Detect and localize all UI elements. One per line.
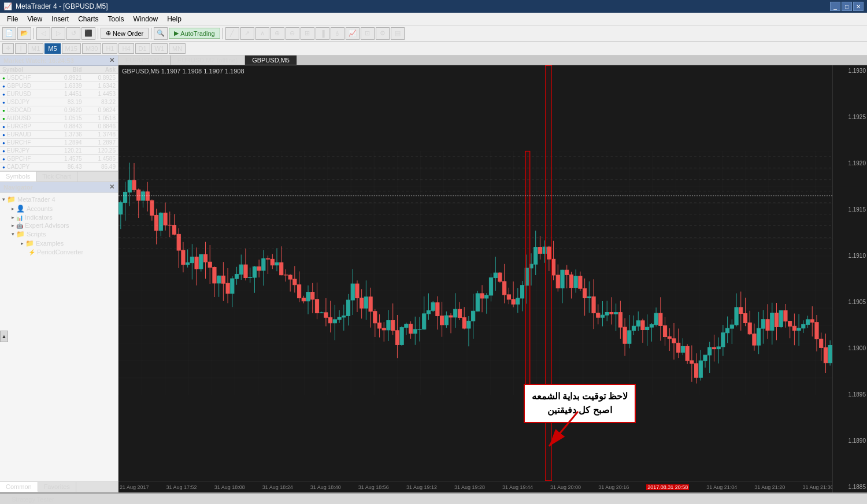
market-watch-row[interactable]: ● USDCAD 0.9620 0.9624 — [0, 106, 118, 114]
chart-canvas[interactable]: GBPUSD,M5 1.1907 1.1908 1.1907 1.1908 1.… — [118, 65, 867, 492]
nav-accounts[interactable]: ▸ 👤 Accounts — [2, 204, 116, 213]
nav-expand-icon: ▸ — [12, 214, 14, 220]
menu-insert[interactable]: Insert — [47, 14, 73, 24]
market-watch-row[interactable]: ● GBPUSD 1.6339 1.6342 — [0, 82, 118, 90]
svg-rect-281 — [739, 307, 743, 314]
folder-icon: 📁 — [25, 239, 34, 247]
tb-line[interactable]: ╱ — [225, 27, 239, 40]
time-label-7: 31 Aug 19:12 — [406, 484, 437, 490]
svg-rect-81 — [293, 279, 297, 285]
left-panel: Market Watch: 16:24:53 ✕ Symbol Bid Ask … — [0, 55, 118, 492]
market-watch-row[interactable]: ● EURUSD 1.4451 1.4453 — [0, 90, 118, 98]
svg-rect-83 — [298, 285, 301, 298]
market-watch-row[interactable]: ● AUDUSD 1.0515 1.0518 — [0, 114, 118, 123]
tb-zoom-in[interactable]: ⊕ — [271, 27, 284, 40]
market-watch-row[interactable]: ● CADJPY 86.43 86.49 — [0, 163, 118, 171]
mw-symbol: ● EURUSD — [0, 90, 50, 98]
chart-tab-gbpusd-m5[interactable]: GBPUSD,M5 — [245, 55, 297, 65]
chart-tab-eurusd-m2[interactable]: EURUSD,M2 (offline) — [171, 55, 245, 65]
menu-view[interactable]: View — [23, 14, 47, 24]
nav-period-converter[interactable]: ⚡ PeriodConverter — [2, 248, 116, 256]
market-watch-row[interactable]: ● USDJPY 83.19 83.22 — [0, 98, 118, 106]
nav-examples[interactable]: ▸ 📁 Examples — [2, 239, 116, 248]
tf-mn[interactable]: MN — [169, 43, 186, 54]
navigator-close-icon[interactable]: ✕ — [109, 183, 114, 191]
tb-refresh[interactable]: ↺ — [66, 27, 80, 40]
mw-symbol: ● USDJPY — [0, 98, 50, 106]
maximize-btn[interactable]: □ — [842, 2, 852, 11]
tb-settings[interactable]: ⚙ — [376, 27, 390, 40]
svg-rect-229 — [623, 327, 627, 343]
tab-favorites[interactable]: Favorites — [38, 482, 76, 492]
tab-tick-chart[interactable]: Tick Chart — [36, 172, 77, 181]
tf-m30[interactable]: M30 — [82, 43, 101, 54]
tb-arrow[interactable]: ↗ — [240, 27, 254, 40]
tb-stop[interactable]: ⬛ — [81, 27, 95, 40]
tf-m15[interactable]: M15 — [62, 43, 81, 54]
svg-rect-317 — [820, 339, 823, 347]
collapsed-tab-1[interactable]: ▲ — [0, 331, 8, 342]
svg-rect-7 — [128, 180, 131, 192]
close-btn[interactable]: ✕ — [853, 2, 864, 11]
tab-symbols[interactable]: Symbols — [0, 172, 36, 181]
navigator-title: Navigator — [3, 184, 33, 191]
tab-common[interactable]: Common — [0, 482, 38, 492]
tb-chart-zoom-in[interactable]: 🔍 — [154, 27, 168, 40]
nav-expand-icon: ▸ — [21, 240, 24, 246]
new-order-btn[interactable]: ⊕ New Order — [101, 28, 149, 39]
market-watch-close-icon[interactable]: ✕ — [109, 57, 114, 64]
price-axis: 1.1930 1.1925 1.1920 1.1915 1.1910 1.190… — [832, 65, 867, 492]
autotrading-btn[interactable]: ▶ AutoTrading — [169, 28, 220, 39]
market-watch-row[interactable]: ● EURJPY 120.21 120.25 — [0, 147, 118, 155]
tb-line2[interactable]: 📈 — [346, 27, 360, 40]
mw-bid: 1.4451 — [50, 90, 84, 98]
market-watch-row[interactable]: ● EURAUD 1.3736 1.3748 — [0, 131, 118, 139]
tb2-crosshair[interactable]: ✛ — [2, 43, 14, 54]
tb-trend[interactable]: ∧ — [255, 27, 269, 40]
svg-rect-165 — [480, 294, 484, 298]
svg-rect-51 — [226, 283, 229, 294]
tb-period[interactable]: ⊡ — [361, 27, 375, 40]
menu-window[interactable]: Window — [129, 14, 163, 24]
tb-candle[interactable]: 🕯 — [331, 27, 344, 40]
tb-back[interactable]: ◁ — [36, 27, 50, 40]
menu-charts[interactable]: Charts — [73, 14, 103, 24]
market-watch-row[interactable]: ● GBPCHF 1.4575 1.4585 — [0, 155, 118, 163]
nav-indicators[interactable]: ▸ 📊 Indicators — [2, 213, 116, 221]
collapsed-side-tabs: ▲ — [0, 331, 8, 342]
tb-forward[interactable]: ▷ — [51, 27, 65, 40]
tb-grid[interactable]: ⊞ — [301, 27, 314, 40]
col-bid: Bid — [50, 66, 84, 74]
chart-tab-eurusd-m1[interactable]: EURUSD,M1 — [118, 55, 171, 65]
menu-help[interactable]: Help — [162, 14, 186, 24]
tb-bar[interactable]: ▐ — [316, 27, 329, 40]
nav-expand-icon: ▾ — [2, 197, 5, 202]
nav-metatrader4[interactable]: ▾ 📁 MetaTrader 4 — [2, 195, 116, 204]
market-watch-row[interactable]: ● EURGBP 0.8843 0.8846 — [0, 123, 118, 131]
svg-rect-155 — [458, 309, 461, 317]
titlebar-controls[interactable]: _ □ ✕ — [830, 2, 864, 11]
menu-tools[interactable]: Tools — [103, 14, 129, 24]
market-watch-row[interactable]: ● USDCHF 0.8921 0.8925 — [0, 74, 118, 82]
tf-m1[interactable]: M1 — [28, 43, 43, 54]
mw-ask: 0.8846 — [84, 123, 118, 131]
minimize-btn[interactable]: _ — [830, 2, 840, 11]
mw-symbol: ● USDCHF — [0, 74, 50, 82]
tf-d1[interactable]: D1 — [135, 43, 150, 54]
tf-h1[interactable]: H1 — [102, 43, 117, 54]
tb-open[interactable]: 📂 — [17, 27, 31, 40]
tf-m5[interactable]: M5 — [45, 43, 60, 54]
tf-h4[interactable]: H4 — [118, 43, 134, 54]
tb-terminal[interactable]: ▤ — [391, 27, 405, 40]
menu-file[interactable]: File — [2, 14, 23, 24]
nav-expert-advisors[interactable]: ▸ 🤖 Expert Advisors — [2, 221, 116, 229]
market-watch: Market Watch: 16:24:53 ✕ Symbol Bid Ask … — [0, 55, 118, 171]
nav-scripts[interactable]: ▾ 📁 Scripts — [2, 229, 116, 239]
market-watch-row[interactable]: ● EURCHF 1.2894 1.2897 — [0, 139, 118, 147]
time-label-4: 31 Aug 18:24 — [262, 484, 293, 490]
tb-new-doc[interactable]: 📄 — [2, 27, 16, 40]
tf-w1[interactable]: W1 — [151, 43, 168, 54]
time-label-6: 31 Aug 18:56 — [358, 484, 389, 490]
tb-zoom-out[interactable]: ⊖ — [286, 27, 299, 40]
svg-rect-147 — [440, 316, 444, 325]
